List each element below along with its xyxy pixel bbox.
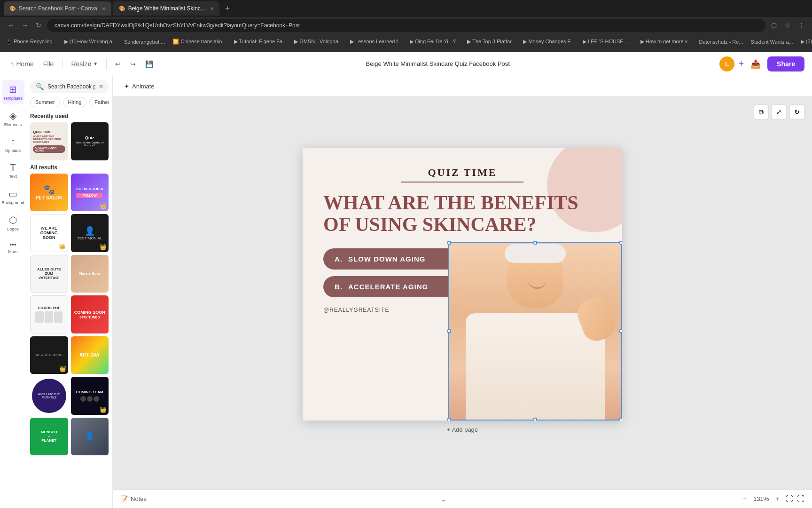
more-label: More [8,249,18,254]
recent-template-1[interactable]: QUIZ TIME WHAT ARE THEBENEFITS OF USINGS… [30,122,68,160]
sidebar-item-logos[interactable]: ⬡ Logos [2,211,24,235]
sidebar-item-text[interactable]: T Text [2,159,24,183]
search-input[interactable] [47,83,95,90]
template-gratis-pdf[interactable]: GRATIS PDF [30,295,68,333]
woman-image-container[interactable] [448,242,622,421]
bookmark-2[interactable]: ▶ (1) How Working a... [64,39,117,45]
sidebar-item-templates[interactable]: ⊞ Templates [2,80,24,104]
new-tab-button[interactable]: + [221,4,234,14]
sidebar-item-uploads[interactable]: ↑ Uploads [2,133,24,157]
filter-icon[interactable]: ≡ [99,83,103,90]
tag-hiring[interactable]: Hiring [63,97,87,107]
tag-fathers-day[interactable]: Fathers day [89,97,109,107]
forward-button[interactable]: → [20,20,30,31]
resize-button[interactable]: Resize ▼ [68,57,101,71]
template-sofia-julia[interactable]: SOFIA & JULIA FOLLOW 👑 [71,174,109,212]
recently-used-label: Recently used [30,113,109,119]
template-photo-dark[interactable]: 👤 [71,418,109,456]
template-coming-team[interactable]: WE ARE COMING 👑 [30,336,68,374]
template-testimonial[interactable]: 👤 TESTIMONIAL 👑 [71,214,109,252]
tab-1[interactable]: 🎨 Search Facebook Post - Canva ✕ [4,1,111,16]
template-coming-soon-1[interactable]: WE ARE COMING SOON 👑 [30,214,68,252]
add-page-button[interactable]: + Add page [441,421,484,439]
resize-label: Resize [71,60,91,68]
undo-button[interactable]: ↩ [112,57,124,71]
quiz-option-a[interactable]: A. SLOW DOWN AGING [323,248,464,270]
copy-canvas-button[interactable]: ⧉ [754,104,769,119]
template-mensch-planet[interactable]: MENSCH+PLANET [30,418,68,456]
extensions-button[interactable]: ⬡ [769,20,779,31]
notes-label: Notes [131,495,147,502]
bottom-bar: 📝 Notes ⌄ − 131% + ⛶ ⛶ [113,489,812,508]
bookmark-12[interactable]: ▶ How to get more v... [640,39,692,45]
recent-template-2[interactable]: Quiz What is the capital of France? [71,122,109,160]
design-canvas[interactable]: QUIZ TIME WHAT ARE THE BENEFITS OF USING… [303,148,622,421]
zoom-out-button[interactable]: − [740,494,750,503]
bookmark-14[interactable]: Student Wants a... [751,39,793,45]
back-button[interactable]: ← [6,20,16,31]
template-muttertag[interactable]: Alles Gute zum Muttertag! [32,379,66,413]
sidebar-item-elements[interactable]: ◈ Elements [2,106,24,131]
hide-panel-button[interactable]: ⌄ [441,495,446,503]
template-coming-soon-2[interactable]: COMING SOON STAY TUNED [71,295,109,333]
background-label: Background [1,200,24,205]
url-bar[interactable]: canva.com/design/DAFDYwxlOj8/k1QeUnhOvzS… [47,19,765,32]
sidebar-item-background[interactable]: ▭ Background [2,184,24,209]
expand-canvas-button[interactable]: ⤢ [772,104,787,119]
bookmark-10[interactable]: ▶ Money Changes E... [523,39,575,45]
template-pet-salon[interactable]: 🐾 PET SALON [30,174,68,212]
bookmark-button[interactable]: ☆ [782,20,792,31]
tab-2-label: Beige White Minimalist Skinc... [128,5,205,12]
zoom-in-button[interactable]: + [773,494,782,503]
user-avatar[interactable]: L [719,56,734,71]
refresh-button[interactable]: ↻ [34,20,43,31]
home-button[interactable]: ⌂ Home [8,57,37,71]
quiz-option-b[interactable]: B. ACCELERATE AGING [323,276,464,297]
tab-2-close[interactable]: ✕ [210,6,214,11]
refresh-canvas-button[interactable]: ↻ [789,104,804,119]
bookmark-1[interactable]: 📱 Phone Recycling... [6,39,57,45]
save-button[interactable]: 💾 [142,57,156,71]
notes-button[interactable]: 📝 Notes [120,495,147,502]
template-art-day[interactable]: ART DAY [71,336,109,374]
fullscreen-button[interactable]: ⛶ [797,495,804,503]
toolbar-divider [62,58,62,70]
premium-badge-4: 👑 [100,244,107,250]
tab-2[interactable]: 🎨 Beige White Minimalist Skinc... ✕ [113,1,219,16]
premium-badge-3: 👑 [59,243,66,250]
share-button[interactable]: Share [767,56,804,71]
tag-summer[interactable]: Summer [30,97,60,107]
canvas-container[interactable]: ⧉ ⤢ ↻ QUIZ TIME WHAT ARE THE BENEFITS OF… [113,97,812,489]
redo-button[interactable]: ↪ [127,57,139,71]
tag-row: Summer Hiring Fathers day Sale › [30,97,109,108]
template-hands-soin[interactable]: Hands Soin [71,255,109,293]
more-icon: ••• [9,241,16,248]
bookmark-3[interactable]: Sonderangebot!... [124,39,165,45]
toolbar: ⌂ Home File Resize ▼ ↩ ↪ 💾 Beige White M… [0,52,812,76]
option-a-text: SLOW DOWN AGING [348,255,425,263]
tab-1-close[interactable]: ✕ [102,6,106,11]
bookmark-6[interactable]: ▶ GMSN - Vologda... [294,39,343,45]
all-results-label: All results [30,164,109,171]
animate-button[interactable]: ✦ Animate [120,81,158,92]
bookmark-8[interactable]: ▶ Qing Fei De Yi - Y... [410,39,460,45]
bookmark-5[interactable]: ▶ Tutorial: Eigene Fa... [234,39,287,45]
bookmark-4[interactable]: 🈺 Chinese translatio... [172,39,226,45]
sidebar-inner: ⊞ Templates ◈ Elements ↑ Uploads T Text [0,76,112,508]
sidebar-item-more[interactable]: ••• More [2,237,24,258]
file-button[interactable]: File [40,57,57,71]
bookmark-11[interactable]: ▶ LEE 'S HOUSE—... [583,39,633,45]
bookmark-9[interactable]: ▶ The Top 3 Platfor... [467,39,515,45]
menu-button[interactable]: ⋮ [796,20,806,31]
template-team-dark[interactable]: COMING TEAM 👑 [71,377,109,415]
logos-label: Logos [7,227,19,231]
search-icon: 🔍 [36,83,44,90]
add-collaborator-button[interactable]: + [738,58,744,69]
fit-screen-button[interactable]: ⛶ [786,495,793,503]
bookmark-15[interactable]: ▶ (2) How To Add A... [801,39,812,45]
bookmark-13[interactable]: Datenschutz - Re... [699,39,743,45]
templates-label: Templates [3,96,23,101]
template-vatertag[interactable]: ALLES GUTE ZUM VATERTAG! [30,255,68,293]
bookmark-7[interactable]: ▶ Lessons Learned f... [350,39,402,45]
publish-icon-button[interactable]: 📤 [748,56,764,72]
